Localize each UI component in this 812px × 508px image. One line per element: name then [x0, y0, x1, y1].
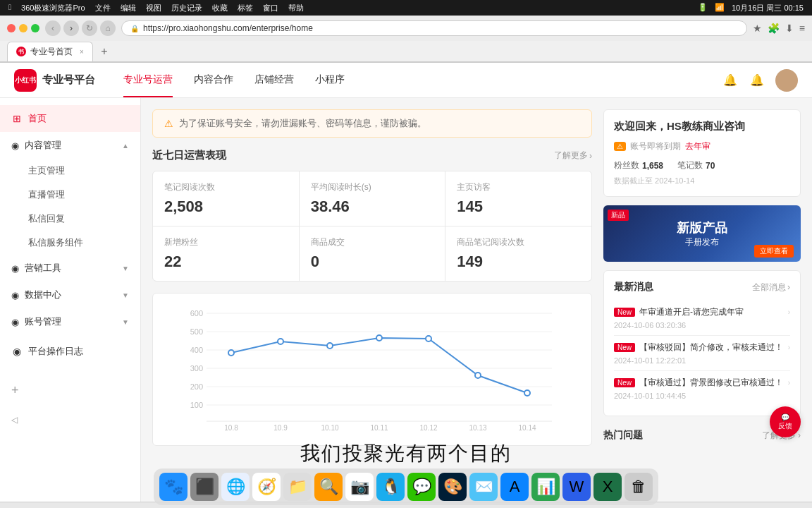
sidebar-item-dm-reply[interactable]: 私信回复 — [0, 207, 140, 231]
url-text: https://pro.xiaohongshu.com/enterprise/h… — [143, 23, 313, 33]
sidebar-data-label: 数据中心 — [25, 289, 61, 301]
news-header: 最新消息 全部消息 › — [614, 281, 790, 294]
sidebar-item-home[interactable]: ⊞ 首页 — [0, 105, 140, 132]
nav-item-content-coop[interactable]: 内容合作 — [194, 64, 233, 97]
news-item-header-1: New 【审核驳回】简介修改，审核未通过！ › — [614, 341, 790, 353]
active-tab[interactable]: 书 专业号首页 × — [7, 42, 93, 61]
dock-word[interactable]: W — [562, 473, 591, 501]
nav-item-store[interactable]: 店铺经营 — [254, 64, 294, 97]
news-item-header-0: New 年审通道开启-请您完成年审 › — [614, 306, 790, 318]
maximize-window-button[interactable] — [31, 24, 39, 32]
news-badge-2: New — [614, 378, 635, 387]
stat-label-product-reads: 商品笔记阅读次数 — [457, 236, 580, 248]
sidebar-item-page-mgmt[interactable]: 主页管理 — [0, 159, 140, 183]
close-window-button[interactable] — [7, 24, 16, 32]
sidebar-section-content[interactable]: ◉ 内容管理 ▲ — [0, 132, 140, 159]
dock-finder-2[interactable]: 📁 — [283, 473, 312, 501]
sidebar-account-label: 账号管理 — [25, 315, 61, 328]
home-button[interactable]: ⌂ — [100, 20, 116, 36]
dock-trash[interactable]: 🗑 — [625, 473, 653, 501]
svg-text:100: 100 — [190, 401, 203, 409]
news-item-1[interactable]: New 【审核驳回】简介修改，审核未通过！ › 2024-10-01 12:22… — [614, 336, 790, 371]
home-icon: ⊞ — [11, 113, 23, 124]
minimize-window-button[interactable] — [19, 24, 27, 32]
feedback-button[interactable]: 💬 反馈 — [770, 406, 801, 437]
dock-safari[interactable]: 🧭 — [252, 473, 281, 501]
news-all-link[interactable]: 全部消息 › — [752, 282, 790, 294]
logo-icon: 小红书 — [14, 69, 37, 92]
chart-point-4 — [426, 336, 431, 341]
forward-button[interactable]: › — [63, 20, 79, 36]
file-menu[interactable]: 文件 — [95, 3, 111, 13]
history-menu[interactable]: 历史记录 — [171, 3, 202, 13]
sidebar-item-operation-log[interactable]: ◉ 平台操作日志 — [0, 338, 140, 365]
edit-menu[interactable]: 编辑 — [121, 3, 136, 13]
new-tab-button[interactable]: + — [96, 43, 113, 60]
chevron-up-icon: ▲ — [122, 142, 129, 150]
back-button[interactable]: ‹ — [45, 20, 61, 36]
stats-learn-more-link[interactable]: 了解更多 › — [554, 150, 592, 162]
user-avatar[interactable] — [775, 69, 798, 92]
news-arrow-icon-2: › — [788, 379, 790, 387]
sidebar-section-marketing[interactable]: ◉ 营销工具 ▼ — [0, 255, 140, 282]
sidebar-add-button[interactable]: + — [0, 372, 140, 409]
sidebar-marketing-label: 营销工具 — [25, 262, 61, 274]
promo-banner[interactable]: 新品 新版产品 手册发布 立即查看 — [603, 205, 801, 262]
svg-text:400: 400 — [190, 346, 203, 354]
notes-stat: 笔记数 70 — [677, 159, 715, 171]
sidebar-collapse-button[interactable]: ◁ — [0, 409, 140, 430]
sidebar-item-dm-service[interactable]: 私信服务组件 — [0, 231, 140, 255]
sidebar-home-label: 首页 — [28, 112, 47, 125]
dock-preview[interactable]: 🔍 — [314, 473, 343, 501]
browser-chrome: ‹ › ↻ ⌂ 🔒 https://pro.xiaohongshu.com/en… — [0, 16, 812, 63]
browser-nav-bar: ‹ › ↻ ⌂ 🔒 https://pro.xiaohongshu.com/en… — [0, 16, 812, 41]
dock-photos[interactable]: 📷 — [345, 473, 374, 501]
news-badge-0: New — [614, 308, 635, 317]
window-menu[interactable]: 窗口 — [263, 3, 278, 13]
stat-card-product-reads: 商品笔记阅读次数 149 — [445, 226, 591, 281]
help-menu[interactable]: 帮助 — [288, 3, 304, 13]
notes-value: 70 — [706, 161, 715, 171]
bookmarks-menu[interactable]: 收藏 — [212, 3, 228, 13]
dock-excel[interactable]: X — [593, 473, 622, 501]
tab-close-button[interactable]: × — [80, 48, 84, 56]
battery-icon: 🔋 — [698, 3, 708, 13]
extensions-icon[interactable]: 🧩 — [768, 23, 780, 34]
dock-appstore[interactable]: A — [500, 473, 529, 501]
dock-photoshop[interactable]: 🎨 — [438, 473, 467, 501]
stat-card-duration: 平均阅读时长(s) 38.46 — [300, 171, 445, 226]
dock: 🐾 ⬛ 🌐 🧭 📁 🔍 📷 🐧 💬 🎨 ✉️ A 📊 W X 🗑 — [154, 468, 658, 505]
nav-item-operations[interactable]: 专业号运营 — [123, 64, 173, 97]
sidebar-item-live-mgmt[interactable]: 直播管理 — [0, 183, 140, 207]
tags-menu[interactable]: 标签 — [238, 3, 253, 13]
warning-triangle-icon: ⚠ — [164, 118, 173, 129]
apple-menu[interactable]:  — [8, 3, 11, 13]
dock-finder[interactable]: 🐾 — [159, 473, 187, 501]
reload-button[interactable]: ↻ — [82, 20, 97, 36]
bookmark-star-icon[interactable]: ★ — [753, 23, 762, 34]
settings-icon[interactable]: ≡ — [799, 23, 805, 34]
feedback-icon: 💬 — [781, 413, 789, 421]
notification-bell-icon[interactable]: 🔔 — [722, 72, 739, 89]
dock-mail[interactable]: ✉️ — [469, 473, 498, 501]
dock-numbers[interactable]: 📊 — [531, 473, 560, 501]
renew-link[interactable]: 去年审 — [685, 140, 710, 152]
address-bar[interactable]: 🔒 https://pro.xiaohongshu.com/enterprise… — [121, 20, 747, 36]
message-icon[interactable]: 🔔 — [749, 72, 765, 89]
dock-launchpad[interactable]: ⬛ — [190, 473, 219, 501]
sidebar-section-account[interactable]: ◉ 账号管理 ▼ — [0, 308, 140, 335]
sidebar-section-data[interactable]: ◉ 数据中心 ▼ — [0, 282, 140, 308]
view-menu[interactable]: 视图 — [146, 3, 161, 13]
alert-text: 为了保证账号安全，请勿泄漏账号、密码等信息，谨防被骗。 — [179, 117, 426, 130]
app-name[interactable]: 360极速浏览器Pro — [21, 3, 85, 13]
nav-item-miniprogram[interactable]: 小程序 — [315, 64, 345, 97]
news-item-2[interactable]: New 【审核通过】背景图修改已审核通过！ › 2024-10-01 10:44… — [614, 371, 790, 406]
download-icon[interactable]: ⬇ — [785, 23, 794, 34]
dock-qq[interactable]: 🐧 — [376, 473, 405, 501]
promo-button[interactable]: 立即查看 — [754, 245, 794, 258]
dock-wechat[interactable]: 💬 — [407, 473, 436, 501]
app-container: 小红书 专业号平台 专业号运营 内容合作 店铺经营 小程序 🔔 🔔 ⊞ 首页 ◉… — [0, 63, 812, 502]
news-item-0[interactable]: New 年审通道开启-请您完成年审 › 2024-10-06 03:20:36 — [614, 301, 790, 336]
dock-browser-360[interactable]: 🌐 — [221, 473, 250, 501]
welcome-card: 欢迎回来，HS教练商业咨询 ⚠ 账号即将到期 去年审 粉丝数 1,658 笔记数 — [603, 109, 801, 197]
